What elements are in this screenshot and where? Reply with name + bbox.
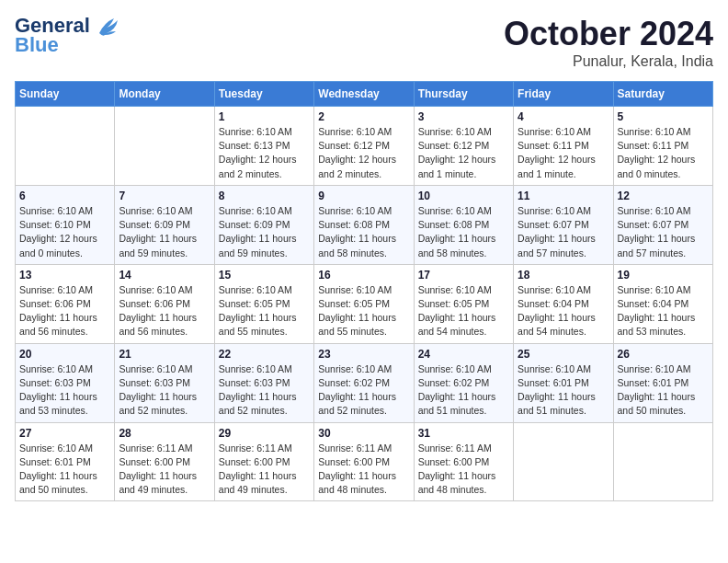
- calendar-cell: 24Sunrise: 6:10 AM Sunset: 6:02 PM Dayli…: [414, 343, 513, 422]
- calendar-cell: 8Sunrise: 6:10 AM Sunset: 6:09 PM Daylig…: [214, 185, 313, 264]
- day-info: Sunrise: 6:10 AM Sunset: 6:07 PM Dayligh…: [618, 204, 709, 260]
- day-info: Sunrise: 6:11 AM Sunset: 6:00 PM Dayligh…: [119, 442, 210, 498]
- calendar-cell: [16, 107, 115, 186]
- day-number: 6: [19, 190, 110, 202]
- col-friday: Friday: [514, 82, 613, 107]
- calendar-cell: 4Sunrise: 6:10 AM Sunset: 6:11 PM Daylig…: [514, 107, 613, 186]
- day-info: Sunrise: 6:10 AM Sunset: 6:11 PM Dayligh…: [518, 125, 609, 181]
- calendar-cell: 30Sunrise: 6:11 AM Sunset: 6:00 PM Dayli…: [314, 422, 414, 501]
- calendar-week-row: 1Sunrise: 6:10 AM Sunset: 6:13 PM Daylig…: [16, 107, 713, 186]
- day-number: 9: [318, 190, 409, 202]
- calendar-cell: 19Sunrise: 6:10 AM Sunset: 6:04 PM Dayli…: [613, 264, 712, 343]
- calendar-cell: 25Sunrise: 6:10 AM Sunset: 6:01 PM Dayli…: [514, 343, 613, 422]
- day-number: 28: [119, 427, 210, 440]
- day-info: Sunrise: 6:11 AM Sunset: 6:00 PM Dayligh…: [318, 442, 409, 498]
- calendar-cell: 9Sunrise: 6:10 AM Sunset: 6:08 PM Daylig…: [314, 185, 414, 264]
- calendar-cell: 6Sunrise: 6:10 AM Sunset: 6:10 PM Daylig…: [16, 185, 115, 264]
- calendar-cell: 17Sunrise: 6:10 AM Sunset: 6:05 PM Dayli…: [414, 264, 513, 343]
- day-number: 26: [618, 348, 709, 361]
- day-info: Sunrise: 6:10 AM Sunset: 6:04 PM Dayligh…: [618, 283, 709, 339]
- day-number: 29: [219, 427, 310, 440]
- day-number: 23: [318, 348, 409, 361]
- day-info: Sunrise: 6:10 AM Sunset: 6:02 PM Dayligh…: [318, 362, 409, 419]
- day-info: Sunrise: 6:10 AM Sunset: 6:04 PM Dayligh…: [518, 283, 609, 339]
- calendar-table: Sunday Monday Tuesday Wednesday Thursday…: [15, 81, 713, 501]
- day-number: 3: [418, 110, 509, 123]
- day-number: 24: [418, 348, 509, 361]
- calendar-cell: [514, 422, 613, 501]
- calendar-cell: 23Sunrise: 6:10 AM Sunset: 6:02 PM Dayli…: [314, 343, 414, 422]
- day-number: 2: [318, 110, 409, 123]
- calendar-cell: [613, 422, 712, 501]
- day-number: 1: [219, 110, 310, 123]
- day-number: 5: [618, 110, 709, 123]
- calendar-cell: 1Sunrise: 6:10 AM Sunset: 6:13 PM Daylig…: [214, 107, 313, 186]
- calendar-cell: 31Sunrise: 6:11 AM Sunset: 6:00 PM Dayli…: [414, 422, 513, 501]
- col-monday: Monday: [115, 82, 214, 107]
- logo-bird-icon: [97, 17, 121, 37]
- day-info: Sunrise: 6:11 AM Sunset: 6:00 PM Dayligh…: [219, 442, 310, 498]
- day-info: Sunrise: 6:10 AM Sunset: 6:05 PM Dayligh…: [219, 283, 310, 339]
- day-info: Sunrise: 6:10 AM Sunset: 6:03 PM Dayligh…: [19, 362, 110, 419]
- col-saturday: Saturday: [613, 82, 712, 107]
- day-number: 10: [418, 190, 509, 202]
- calendar-cell: 28Sunrise: 6:11 AM Sunset: 6:00 PM Dayli…: [115, 422, 214, 501]
- day-number: 19: [618, 269, 709, 282]
- calendar-cell: 21Sunrise: 6:10 AM Sunset: 6:03 PM Dayli…: [115, 343, 214, 422]
- day-number: 17: [418, 269, 509, 282]
- calendar-cell: 7Sunrise: 6:10 AM Sunset: 6:09 PM Daylig…: [115, 185, 214, 264]
- day-number: 21: [119, 348, 210, 361]
- calendar-cell: 26Sunrise: 6:10 AM Sunset: 6:01 PM Dayli…: [613, 343, 712, 422]
- calendar-cell: 11Sunrise: 6:10 AM Sunset: 6:07 PM Dayli…: [514, 185, 613, 264]
- day-info: Sunrise: 6:10 AM Sunset: 6:11 PM Dayligh…: [618, 125, 709, 181]
- title-area: October 2024 Punalur, Kerala, India: [504, 15, 713, 70]
- day-number: 18: [518, 269, 609, 282]
- day-info: Sunrise: 6:10 AM Sunset: 6:02 PM Dayligh…: [418, 362, 509, 419]
- calendar-cell: 22Sunrise: 6:10 AM Sunset: 6:03 PM Dayli…: [214, 343, 313, 422]
- header-row: Sunday Monday Tuesday Wednesday Thursday…: [16, 82, 713, 107]
- calendar-cell: 5Sunrise: 6:10 AM Sunset: 6:11 PM Daylig…: [613, 107, 712, 186]
- day-info: Sunrise: 6:10 AM Sunset: 6:03 PM Dayligh…: [219, 362, 310, 419]
- day-number: 11: [518, 190, 609, 202]
- col-thursday: Thursday: [414, 82, 513, 107]
- day-number: 16: [318, 269, 409, 282]
- day-info: Sunrise: 6:10 AM Sunset: 6:05 PM Dayligh…: [318, 283, 409, 339]
- calendar-cell: 29Sunrise: 6:11 AM Sunset: 6:00 PM Dayli…: [214, 422, 313, 501]
- calendar-cell: [115, 107, 214, 186]
- day-info: Sunrise: 6:10 AM Sunset: 6:08 PM Dayligh…: [418, 204, 509, 260]
- location-subtitle: Punalur, Kerala, India: [504, 53, 713, 70]
- month-title: October 2024: [504, 15, 713, 53]
- day-info: Sunrise: 6:10 AM Sunset: 6:03 PM Dayligh…: [119, 362, 210, 419]
- day-info: Sunrise: 6:10 AM Sunset: 6:05 PM Dayligh…: [418, 283, 509, 339]
- day-number: 22: [219, 348, 310, 361]
- calendar-cell: 10Sunrise: 6:10 AM Sunset: 6:08 PM Dayli…: [414, 185, 513, 264]
- day-info: Sunrise: 6:10 AM Sunset: 6:13 PM Dayligh…: [219, 125, 310, 181]
- day-number: 31: [418, 427, 509, 440]
- day-info: Sunrise: 6:10 AM Sunset: 6:12 PM Dayligh…: [318, 125, 409, 181]
- day-number: 13: [19, 269, 110, 282]
- calendar-cell: 12Sunrise: 6:10 AM Sunset: 6:07 PM Dayli…: [613, 185, 712, 264]
- col-wednesday: Wednesday: [314, 82, 414, 107]
- day-number: 12: [618, 190, 709, 202]
- day-info: Sunrise: 6:10 AM Sunset: 6:09 PM Dayligh…: [119, 204, 210, 260]
- calendar-cell: 15Sunrise: 6:10 AM Sunset: 6:05 PM Dayli…: [214, 264, 313, 343]
- day-number: 20: [19, 348, 110, 361]
- day-number: 15: [219, 269, 310, 282]
- day-info: Sunrise: 6:10 AM Sunset: 6:01 PM Dayligh…: [19, 442, 110, 498]
- day-info: Sunrise: 6:10 AM Sunset: 6:09 PM Dayligh…: [219, 204, 310, 260]
- day-number: 14: [119, 269, 210, 282]
- day-info: Sunrise: 6:10 AM Sunset: 6:10 PM Dayligh…: [19, 204, 110, 260]
- calendar-cell: 14Sunrise: 6:10 AM Sunset: 6:06 PM Dayli…: [115, 264, 214, 343]
- calendar-cell: 20Sunrise: 6:10 AM Sunset: 6:03 PM Dayli…: [16, 343, 115, 422]
- calendar-week-row: 20Sunrise: 6:10 AM Sunset: 6:03 PM Dayli…: [16, 343, 713, 422]
- col-sunday: Sunday: [16, 82, 115, 107]
- calendar-cell: 3Sunrise: 6:10 AM Sunset: 6:12 PM Daylig…: [414, 107, 513, 186]
- day-number: 25: [518, 348, 609, 361]
- day-info: Sunrise: 6:10 AM Sunset: 6:01 PM Dayligh…: [518, 362, 609, 419]
- day-number: 27: [19, 427, 110, 440]
- calendar-cell: 18Sunrise: 6:10 AM Sunset: 6:04 PM Dayli…: [514, 264, 613, 343]
- calendar-week-row: 13Sunrise: 6:10 AM Sunset: 6:06 PM Dayli…: [16, 264, 713, 343]
- col-tuesday: Tuesday: [214, 82, 313, 107]
- day-info: Sunrise: 6:10 AM Sunset: 6:01 PM Dayligh…: [618, 362, 709, 419]
- calendar-cell: 13Sunrise: 6:10 AM Sunset: 6:06 PM Dayli…: [16, 264, 115, 343]
